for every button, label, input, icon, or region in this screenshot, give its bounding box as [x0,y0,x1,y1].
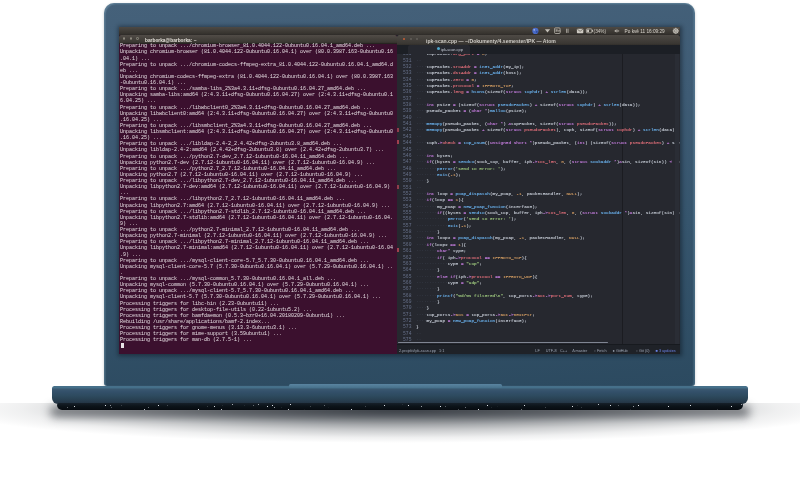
svg-text:En: En [555,28,560,33]
svg-text:(34%): (34%) [593,29,606,34]
svg-text:Po kvě 11 16:09:29: Po kvě 11 16:09:29 [624,29,664,34]
